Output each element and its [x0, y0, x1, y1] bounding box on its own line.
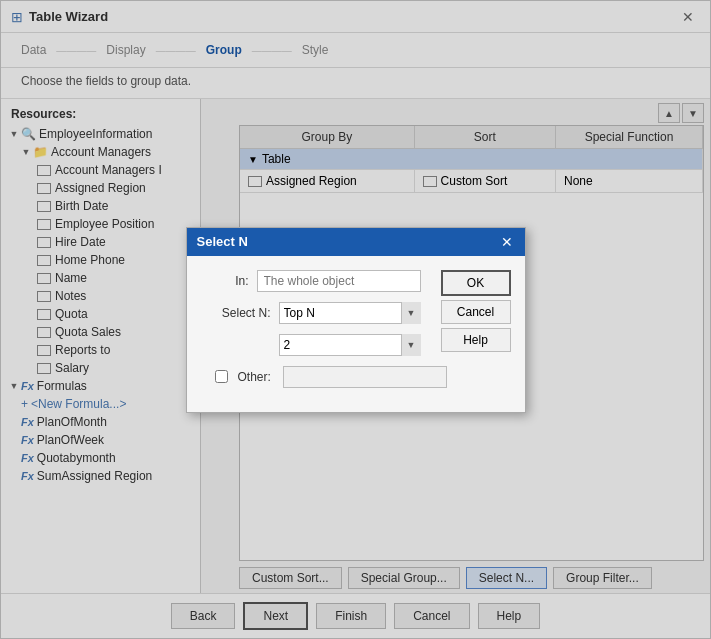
modal-other-row: Other: — [201, 366, 421, 388]
select-n-label: Select N: — [201, 306, 271, 320]
other-label: Other: — [238, 370, 271, 384]
modal-overlay: Select N ✕ OK Cancel Help In: — [1, 1, 710, 638]
modal-cancel-button[interactable]: Cancel — [441, 300, 511, 324]
modal-title-bar: Select N ✕ — [187, 228, 525, 256]
modal-close-button[interactable]: ✕ — [499, 234, 515, 250]
modal-select-n-row: Select N: Top N Bottom N Top % Bottom % … — [201, 302, 421, 324]
select-n-wrapper: Top N Bottom N Top % Bottom % ▼ — [279, 302, 421, 324]
in-input[interactable] — [257, 270, 421, 292]
n-value-select[interactable]: 1 2 3 4 5 10 — [279, 334, 421, 356]
modal-help-button[interactable]: Help — [441, 328, 511, 352]
modal-n-value-row: 1 2 3 4 5 10 ▼ — [201, 334, 421, 356]
select-n-select[interactable]: Top N Bottom N Top % Bottom % — [279, 302, 421, 324]
in-label: In: — [201, 274, 249, 288]
modal-ok-button[interactable]: OK — [441, 270, 511, 296]
modal-title: Select N — [197, 234, 248, 249]
modal-action-buttons: OK Cancel Help — [441, 270, 511, 352]
select-n-dialog: Select N ✕ OK Cancel Help In: — [186, 227, 526, 413]
other-checkbox[interactable] — [215, 370, 228, 383]
n-value-wrapper: 1 2 3 4 5 10 ▼ — [279, 334, 421, 356]
other-input[interactable] — [283, 366, 447, 388]
modal-in-row: In: — [201, 270, 421, 292]
